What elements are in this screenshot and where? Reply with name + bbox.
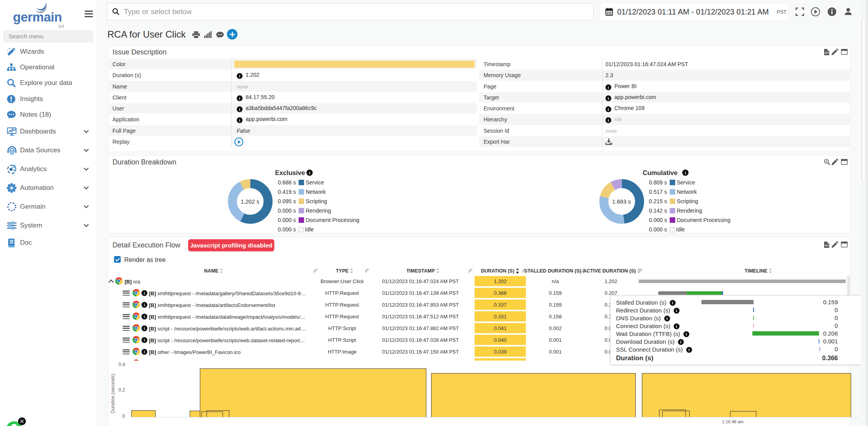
svg-text:CSV: CSV	[825, 244, 829, 247]
svg-text:CSV: CSV	[825, 52, 829, 54]
